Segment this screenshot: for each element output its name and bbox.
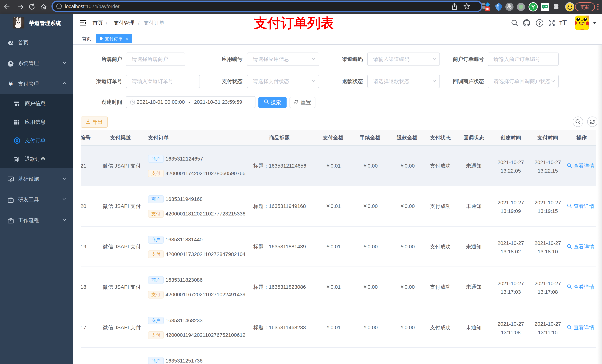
- svg-text:?: ?: [538, 21, 541, 26]
- svg-text:10: 10: [485, 7, 489, 11]
